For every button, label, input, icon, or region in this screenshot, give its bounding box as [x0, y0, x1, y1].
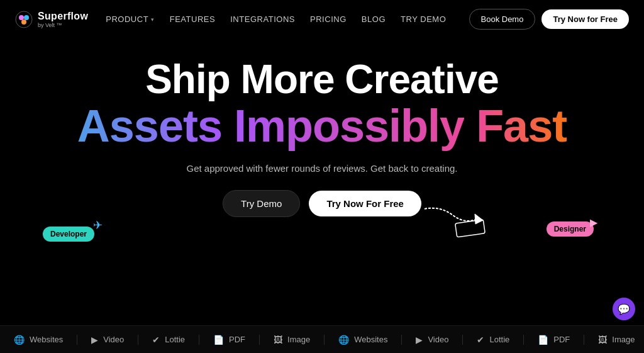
svg-point-2 [24, 15, 29, 20]
ticker-label: Lottie [165, 335, 185, 344]
ticker-item: ▶Video [402, 335, 463, 345]
ticker-icon: 🖼 [274, 335, 282, 345]
ticker-label: Video [428, 335, 448, 344]
ticker-label: Image [612, 335, 635, 344]
ticker-item: 📄PDF [199, 335, 260, 345]
arrow-doodle [421, 203, 491, 240]
svg-point-3 [21, 20, 26, 25]
hero-buttons: Try Demo Try Now For Free [223, 190, 421, 217]
navbar: Superflow by Velt ™ PRODUCT ▾ FEATURES I… [0, 0, 644, 38]
try-demo-button[interactable]: Try Demo [223, 190, 300, 217]
headline-line2: Assets Impossibly Fast [77, 101, 567, 151]
headline-fast: Fast [476, 101, 567, 151]
svg-rect-5 [455, 219, 486, 237]
nav-blog[interactable]: BLOG [362, 14, 386, 24]
ticker-label: Websites [354, 335, 387, 344]
ticker-item: 🖼Image [584, 335, 644, 345]
brand-subtitle: by Velt ™ [38, 22, 88, 28]
ticker-item: 🖼Image [260, 335, 325, 345]
nav-links: PRODUCT ▾ FEATURES INTEGRATIONS PRICING … [106, 14, 446, 24]
chevron-down-icon: ▾ [151, 16, 155, 23]
ticker-item: 🌐Websites [0, 335, 77, 345]
hero-subtext: Get approved with fewer rounds of review… [186, 163, 457, 174]
ticker-icon: ✔ [477, 335, 484, 345]
ticker-item: ▶Video [77, 335, 138, 345]
try-now-free-button[interactable]: Try Now For Free [309, 191, 421, 216]
ticker-item: ✔Lottie [138, 335, 199, 345]
ticker-label: PDF [229, 335, 245, 344]
designer-cursor-icon: ▶ [590, 216, 597, 228]
developer-cursor-icon: ✈ [93, 218, 103, 232]
nav-integrations[interactable]: INTEGRATIONS [230, 14, 295, 24]
logo-area: Superflow by Velt ™ [38, 11, 88, 28]
svg-point-1 [19, 15, 24, 20]
nav-left: Superflow by Velt ™ PRODUCT ▾ FEATURES I… [15, 11, 446, 28]
nav-pricing[interactable]: PRICING [310, 14, 347, 24]
try-free-nav-button[interactable]: Try Now for Free [541, 9, 629, 29]
svg-marker-4 [475, 214, 483, 224]
headline-impossibly: Impossibly [234, 101, 464, 151]
designer-badge: Designer [547, 221, 594, 237]
ticker-icon: 📄 [538, 335, 548, 345]
nav-try-demo[interactable]: TRY DEMO [401, 14, 446, 24]
chat-bubble[interactable]: 💬 [613, 298, 635, 320]
ticker-icon: 📄 [213, 335, 224, 345]
ticker-icon: 🌐 [14, 335, 25, 345]
ticker-icon: ▶ [416, 335, 423, 345]
brand-name: Superflow [38, 11, 88, 22]
nav-product[interactable]: PRODUCT ▾ [106, 14, 154, 24]
developer-badge: Developer [43, 227, 94, 242]
ticker-inner: 🌐Websites▶Video✔Lottie📄PDF🖼Image🌐Website… [0, 335, 644, 345]
ticker-label: PDF [553, 335, 570, 344]
nav-features[interactable]: FEATURES [170, 14, 216, 24]
ticker-icon: ▶ [91, 335, 98, 345]
logo-icon [15, 11, 33, 28]
ticker-icon: ✔ [152, 335, 160, 345]
logo[interactable]: Superflow by Velt ™ [15, 11, 88, 28]
ticker-bar: 🌐Websites▶Video✔Lottie📄PDF🖼Image🌐Website… [0, 325, 644, 353]
ticker-label: Lottie [489, 335, 509, 344]
ticker-item: 🌐Websites [325, 335, 402, 345]
hero-section: Ship More Creative Assets Impossibly Fas… [0, 38, 644, 217]
ticker-item: 📄PDF [524, 335, 584, 345]
ticker-icon: 🖼 [598, 335, 607, 345]
ticker-label: Websites [30, 335, 63, 344]
ticker-item: ✔Lottie [463, 335, 524, 345]
hero-headline: Ship More Creative Assets Impossibly Fas… [77, 57, 567, 152]
chat-icon: 💬 [618, 303, 630, 315]
ticker-icon: 🌐 [338, 335, 349, 345]
ticker-label: Image [287, 335, 310, 344]
book-demo-button[interactable]: Book Demo [469, 9, 536, 30]
ticker-label: Video [103, 335, 124, 344]
headline-assets: Assets [77, 101, 222, 151]
nav-right: Book Demo Try Now for Free [469, 9, 630, 30]
headline-line1: Ship More Creative [145, 57, 499, 102]
